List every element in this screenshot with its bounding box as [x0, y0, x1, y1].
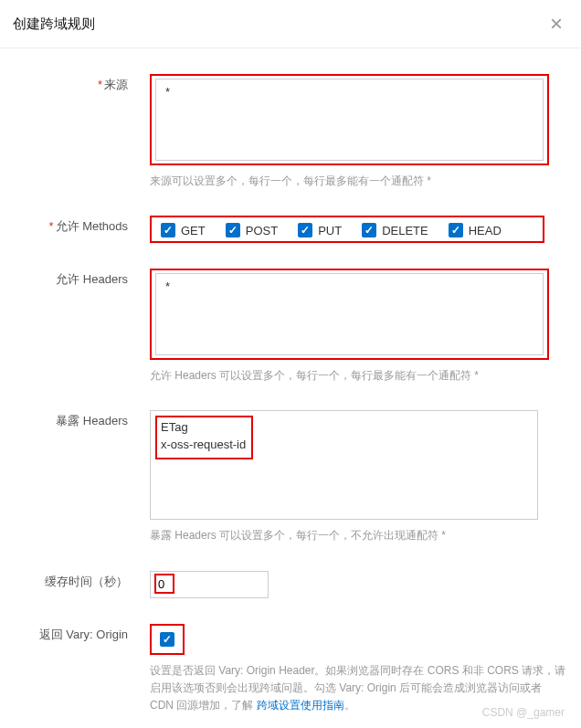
vary-label: 返回 Vary: Origin [13, 624, 150, 715]
checkbox-delete-label: DELETE [382, 224, 428, 237]
headers-allow-input[interactable] [155, 273, 544, 355]
close-icon[interactable]: × [550, 13, 563, 35]
checkbox-get-label: GET [181, 224, 206, 237]
methods-group: ✓ GET ✓ POST ✓ PUT ✓ DELETE ✓ HEAD [150, 216, 544, 243]
headers-allow-label: 允许 Headers [13, 269, 150, 385]
checkbox-get[interactable]: ✓ [161, 223, 175, 237]
headers-expose-label: 暴露 Headers [13, 410, 150, 544]
watermark: CSDN @_gamer [482, 706, 565, 719]
source-input[interactable] [155, 79, 544, 161]
checkbox-head[interactable]: ✓ [449, 223, 463, 237]
cors-form: *来源 来源可以设置多个，每行一个，每行最多能有一个通配符 * *允许 Meth… [0, 48, 581, 728]
checkbox-put-label: PUT [318, 224, 342, 237]
checkbox-put[interactable]: ✓ [298, 223, 312, 237]
methods-label: *允许 Methods [13, 216, 150, 243]
checkbox-vary[interactable]: ✓ [160, 632, 174, 647]
headers-expose-input[interactable] [150, 410, 538, 520]
modal-title: 创建跨域规则 [13, 16, 95, 33]
checkbox-delete[interactable]: ✓ [362, 223, 376, 237]
source-help: 来源可以设置多个，每行一个，每行最多能有一个通配符 * [150, 173, 568, 190]
cors-guide-link[interactable]: 跨域设置使用指南 [257, 699, 344, 712]
maxage-label: 缓存时间（秒） [13, 571, 150, 598]
headers-expose-help: 暴露 Headers 可以设置多个，每行一个，不允许出现通配符 * [150, 527, 568, 544]
checkbox-head-label: HEAD [469, 224, 502, 237]
checkbox-post-label: POST [246, 224, 278, 237]
source-label: *来源 [13, 74, 150, 190]
headers-allow-help: 允许 Headers 可以设置多个，每行一个，每行最多能有一个通配符 * [150, 367, 568, 385]
checkbox-post[interactable]: ✓ [226, 223, 240, 237]
maxage-input[interactable] [150, 571, 269, 598]
